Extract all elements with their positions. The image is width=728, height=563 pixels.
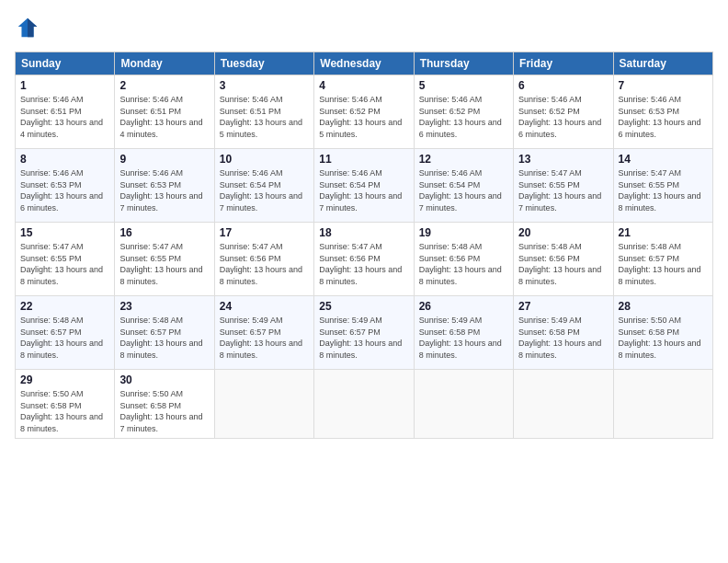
calendar-table: SundayMondayTuesdayWednesdayThursdayFrid… [15,52,713,439]
day-number: 14 [619,153,708,166]
calendar-cell: 13 Sunrise: 5:47 AM Sunset: 6:55 PM Dayl… [514,149,613,223]
calendar-week-row: 8 Sunrise: 5:46 AM Sunset: 6:53 PM Dayli… [16,149,713,223]
weekday-header-wednesday: Wednesday [314,52,414,75]
weekday-header-monday: Monday [115,52,214,75]
calendar-week-row: 29 Sunrise: 5:50 AM Sunset: 6:58 PM Dayl… [16,370,713,439]
day-number: 29 [20,373,109,386]
calendar-cell: 20 Sunrise: 5:48 AM Sunset: 6:56 PM Dayl… [514,223,613,296]
day-number: 28 [619,300,708,313]
calendar-cell [514,370,613,439]
day-info: Sunrise: 5:50 AM Sunset: 6:58 PM Dayligh… [20,388,109,434]
day-number: 9 [119,153,209,166]
calendar-cell: 25 Sunrise: 5:49 AM Sunset: 6:57 PM Dayl… [314,296,414,370]
day-number: 6 [518,79,608,92]
day-number: 13 [518,153,608,166]
day-info: Sunrise: 5:50 AM Sunset: 6:58 PM Dayligh… [619,315,708,361]
calendar-cell: 22 Sunrise: 5:48 AM Sunset: 6:57 PM Dayl… [16,296,115,370]
calendar-cell: 19 Sunrise: 5:48 AM Sunset: 6:56 PM Dayl… [414,223,513,296]
day-info: Sunrise: 5:50 AM Sunset: 6:58 PM Dayligh… [119,388,209,434]
day-info: Sunrise: 5:48 AM Sunset: 6:56 PM Dayligh… [419,241,508,287]
calendar-cell: 12 Sunrise: 5:46 AM Sunset: 6:54 PM Dayl… [414,149,513,223]
day-info: Sunrise: 5:47 AM Sunset: 6:55 PM Dayligh… [20,241,109,287]
day-info: Sunrise: 5:46 AM Sunset: 6:53 PM Dayligh… [20,167,109,213]
weekday-header-sunday: Sunday [16,52,115,75]
calendar-cell: 17 Sunrise: 5:47 AM Sunset: 6:56 PM Dayl… [214,223,313,296]
day-number: 18 [319,226,408,239]
day-number: 21 [619,226,708,239]
day-number: 11 [319,153,408,166]
calendar-cell: 9 Sunrise: 5:46 AM Sunset: 6:53 PM Dayli… [115,149,214,223]
day-number: 7 [619,79,708,92]
day-info: Sunrise: 5:46 AM Sunset: 6:51 PM Dayligh… [220,94,309,140]
calendar-week-row: 1 Sunrise: 5:46 AM Sunset: 6:51 PM Dayli… [16,75,713,149]
day-number: 26 [419,300,508,313]
calendar-cell: 15 Sunrise: 5:47 AM Sunset: 6:55 PM Dayl… [16,223,115,296]
calendar-cell: 5 Sunrise: 5:46 AM Sunset: 6:52 PM Dayli… [414,75,513,149]
calendar-cell: 21 Sunrise: 5:48 AM Sunset: 6:57 PM Dayl… [613,223,712,296]
page-header [15,15,713,40]
day-info: Sunrise: 5:47 AM Sunset: 6:56 PM Dayligh… [220,241,309,287]
weekday-header-saturday: Saturday [613,52,712,75]
day-number: 12 [419,153,508,166]
calendar-cell [214,370,313,439]
day-number: 25 [319,300,408,313]
day-info: Sunrise: 5:46 AM Sunset: 6:52 PM Dayligh… [419,94,508,140]
calendar-cell: 26 Sunrise: 5:49 AM Sunset: 6:58 PM Dayl… [414,296,513,370]
calendar-cell: 10 Sunrise: 5:46 AM Sunset: 6:54 PM Dayl… [214,149,313,223]
day-number: 3 [220,79,309,92]
weekday-header-friday: Friday [514,52,613,75]
day-number: 19 [419,226,508,239]
calendar-cell: 8 Sunrise: 5:46 AM Sunset: 6:53 PM Dayli… [16,149,115,223]
day-number: 22 [20,300,109,313]
calendar-cell: 2 Sunrise: 5:46 AM Sunset: 6:51 PM Dayli… [115,75,214,149]
day-info: Sunrise: 5:46 AM Sunset: 6:54 PM Dayligh… [419,167,508,213]
calendar-cell: 4 Sunrise: 5:46 AM Sunset: 6:52 PM Dayli… [314,75,414,149]
calendar-week-row: 22 Sunrise: 5:48 AM Sunset: 6:57 PM Dayl… [16,296,713,370]
day-info: Sunrise: 5:48 AM Sunset: 6:56 PM Dayligh… [518,241,608,287]
day-info: Sunrise: 5:46 AM Sunset: 6:53 PM Dayligh… [119,167,209,213]
calendar-cell: 28 Sunrise: 5:50 AM Sunset: 6:58 PM Dayl… [613,296,712,370]
weekday-header-tuesday: Tuesday [214,52,313,75]
day-number: 5 [419,79,508,92]
calendar-cell: 6 Sunrise: 5:46 AM Sunset: 6:52 PM Dayli… [514,75,613,149]
day-info: Sunrise: 5:46 AM Sunset: 6:52 PM Dayligh… [518,94,608,140]
day-number: 1 [20,79,109,92]
day-info: Sunrise: 5:49 AM Sunset: 6:58 PM Dayligh… [518,315,608,361]
calendar-cell: 11 Sunrise: 5:46 AM Sunset: 6:54 PM Dayl… [314,149,414,223]
day-info: Sunrise: 5:48 AM Sunset: 6:57 PM Dayligh… [20,315,109,361]
day-info: Sunrise: 5:47 AM Sunset: 6:55 PM Dayligh… [518,167,608,213]
day-info: Sunrise: 5:49 AM Sunset: 6:57 PM Dayligh… [319,315,408,361]
calendar-cell: 30 Sunrise: 5:50 AM Sunset: 6:58 PM Dayl… [115,370,214,439]
day-info: Sunrise: 5:49 AM Sunset: 6:58 PM Dayligh… [419,315,508,361]
day-info: Sunrise: 5:46 AM Sunset: 6:51 PM Dayligh… [119,94,209,140]
calendar-cell: 29 Sunrise: 5:50 AM Sunset: 6:58 PM Dayl… [16,370,115,439]
day-number: 20 [518,226,608,239]
weekday-header-row: SundayMondayTuesdayWednesdayThursdayFrid… [16,52,713,75]
day-number: 23 [119,300,209,313]
weekday-header-thursday: Thursday [414,52,513,75]
calendar-cell: 16 Sunrise: 5:47 AM Sunset: 6:55 PM Dayl… [115,223,214,296]
calendar-cell: 18 Sunrise: 5:47 AM Sunset: 6:56 PM Dayl… [314,223,414,296]
day-info: Sunrise: 5:46 AM Sunset: 6:52 PM Dayligh… [319,94,408,140]
day-number: 10 [220,153,309,166]
calendar-cell: 7 Sunrise: 5:46 AM Sunset: 6:53 PM Dayli… [613,75,712,149]
svg-marker-1 [28,18,37,38]
calendar-week-row: 15 Sunrise: 5:47 AM Sunset: 6:55 PM Dayl… [16,223,713,296]
calendar-cell: 3 Sunrise: 5:46 AM Sunset: 6:51 PM Dayli… [214,75,313,149]
day-number: 27 [518,300,608,313]
day-info: Sunrise: 5:46 AM Sunset: 6:54 PM Dayligh… [220,167,309,213]
day-info: Sunrise: 5:46 AM Sunset: 6:53 PM Dayligh… [619,94,708,140]
calendar-cell: 24 Sunrise: 5:49 AM Sunset: 6:57 PM Dayl… [214,296,313,370]
day-number: 24 [220,300,309,313]
calendar-cell [613,370,712,439]
day-number: 30 [119,373,209,386]
calendar-cell [414,370,513,439]
day-info: Sunrise: 5:46 AM Sunset: 6:54 PM Dayligh… [319,167,408,213]
day-number: 8 [20,153,109,166]
day-number: 17 [220,226,309,239]
logo-icon [15,15,40,40]
logo [15,15,44,40]
calendar-cell: 23 Sunrise: 5:48 AM Sunset: 6:57 PM Dayl… [115,296,214,370]
day-info: Sunrise: 5:47 AM Sunset: 6:55 PM Dayligh… [619,167,708,213]
day-info: Sunrise: 5:48 AM Sunset: 6:57 PM Dayligh… [619,241,708,287]
